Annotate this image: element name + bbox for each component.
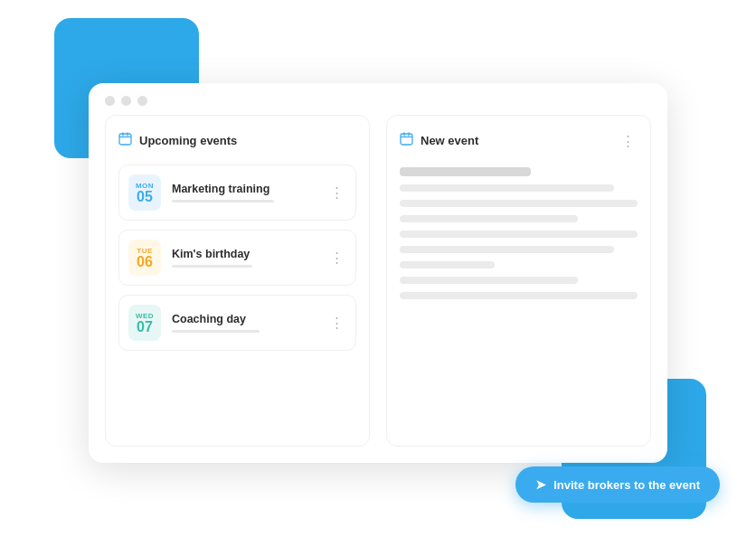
form-line [400,292,638,299]
event-name: Kim's birthday [172,248,317,260]
form-line [400,215,578,222]
window-body: Upcoming events mon 05 Marketing trainin… [89,115,667,463]
events-list: mon 05 Marketing training ⋮ tue 06 Kim's… [118,165,356,351]
event-menu-button[interactable]: ⋮ [328,184,346,201]
svg-rect-0 [119,134,131,145]
new-event-panel: New event ⋮ [386,115,651,447]
form-line [400,261,495,268]
event-menu-button[interactable]: ⋮ [328,249,346,266]
event-info: Coaching day [172,313,317,333]
new-event-title: New event [421,134,478,147]
form-line [400,277,578,284]
new-event-header: New event ⋮ [400,132,638,149]
window-dot-1 [105,96,115,106]
calendar-icon [118,132,132,148]
form-line [400,184,614,192]
form-content [400,167,638,299]
send-icon: ➤ [535,477,546,492]
new-event-header-left: New event [400,132,478,149]
event-menu-button[interactable]: ⋮ [328,315,346,331]
new-event-icon [400,132,413,149]
event-item[interactable]: wed 07 Coaching day ⋮ [118,295,356,351]
app-window: Upcoming events mon 05 Marketing trainin… [89,83,667,463]
event-day-number: 07 [137,320,153,334]
event-day-number: 05 [137,190,153,204]
event-date-box: tue 06 [128,240,161,276]
form-line [400,231,638,238]
window-dot-3 [137,96,147,106]
event-day-number: 06 [137,255,153,269]
form-line [400,167,531,176]
invite-brokers-button[interactable]: ➤ Invite brokers to the event [515,466,720,503]
event-bar [172,330,260,333]
event-item[interactable]: mon 05 Marketing training ⋮ [118,165,356,221]
event-bar [172,200,274,202]
event-info: Kim's birthday [172,248,317,268]
svg-rect-4 [401,134,412,145]
event-bar [172,265,252,268]
event-name: Coaching day [172,313,317,325]
titlebar [89,83,667,115]
event-name: Marketing training [172,183,317,195]
event-date-box: wed 07 [128,305,161,341]
window-dot-2 [121,96,131,106]
form-line [400,246,614,253]
upcoming-events-title: Upcoming events [139,134,237,147]
invite-brokers-label: Invite brokers to the event [553,478,700,492]
event-info: Marketing training [172,183,317,202]
upcoming-events-header: Upcoming events [118,132,356,148]
new-event-menu-button[interactable]: ⋮ [619,133,638,149]
event-date-box: mon 05 [128,174,161,211]
event-item[interactable]: tue 06 Kim's birthday ⋮ [118,230,356,286]
form-line [400,200,638,207]
upcoming-events-panel: Upcoming events mon 05 Marketing trainin… [105,115,370,447]
